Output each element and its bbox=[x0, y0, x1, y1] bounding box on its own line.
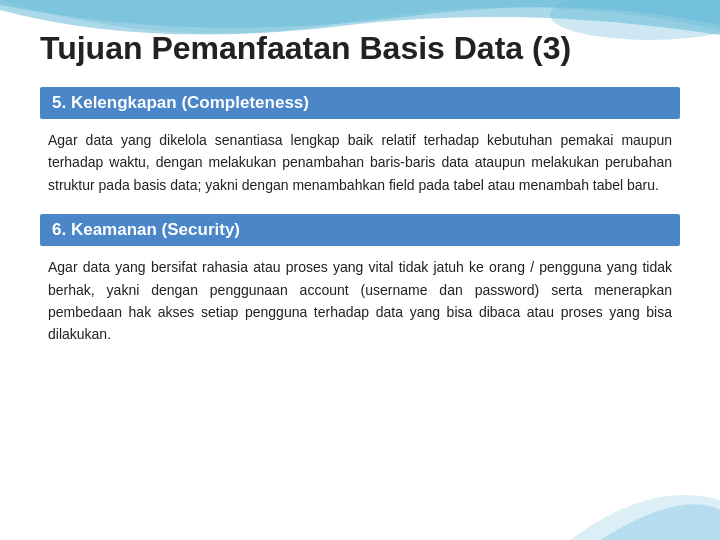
slide-title: Tujuan Pemanfaatan Basis Data (3) bbox=[40, 30, 680, 67]
section-header-completeness: 5. Kelengkapan (Completeness) bbox=[40, 87, 680, 119]
content-area: Tujuan Pemanfaatan Basis Data (3) 5. Kel… bbox=[0, 0, 720, 384]
section-header-security: 6. Keamanan (Security) bbox=[40, 214, 680, 246]
slide-container: Tujuan Pemanfaatan Basis Data (3) 5. Kel… bbox=[0, 0, 720, 540]
bottom-right-decoration bbox=[520, 420, 720, 540]
section-body-completeness: Agar data yang dikelola senantiasa lengk… bbox=[40, 129, 680, 196]
section-body-security: Agar data yang bersifat rahasia atau pro… bbox=[40, 256, 680, 346]
